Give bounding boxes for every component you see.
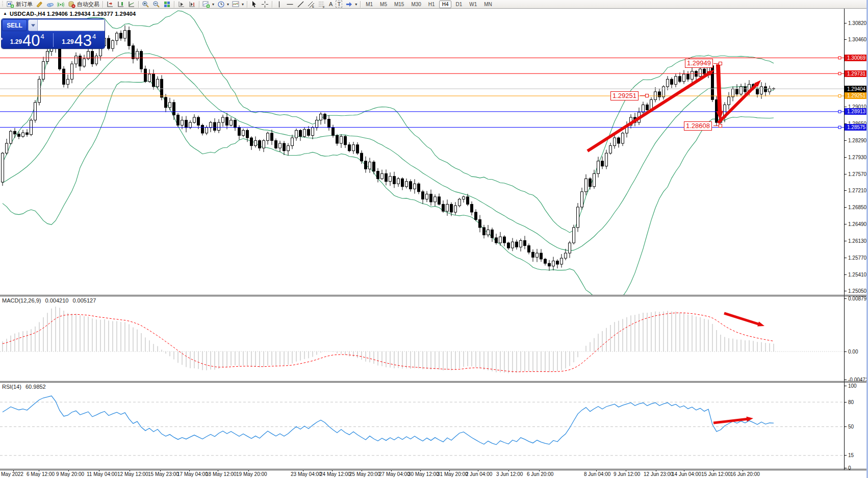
tab-timeframe-mn[interactable]: MN [481,1,495,8]
styler-button[interactable] [34,0,45,8]
channel-tool-button[interactable]: E [306,0,317,8]
tab-timeframe-h4[interactable]: H4 [439,1,452,8]
candle-body [283,143,286,151]
callout-anchor-handle[interactable] [645,94,649,97]
candle-body [144,69,147,82]
toolbar-grip[interactable] [2,1,4,7]
candle-body [312,128,314,136]
volume-decrease-button[interactable] [28,19,38,31]
auto-scroll-button[interactable] [115,0,126,8]
templates-button[interactable]: ▾ [231,0,245,8]
candle-body [373,162,375,171]
quote-line: ▲ USDCAD-,H4 1.29406 1.29434 1.29377 1.2… [3,11,136,17]
candle-body [499,237,502,243]
collapse-panel-icon[interactable]: ▲ [3,12,7,16]
price-level-label: 1.29251 [845,92,868,99]
periods-button[interactable]: ▾ [216,0,231,8]
crosshair-tool-button[interactable] [260,0,270,8]
pane-separator[interactable] [0,295,868,295]
sell-price-display[interactable]: 1.29 40 4 [2,32,53,48]
tab-timeframe-w1[interactable]: W1 [466,1,480,8]
candle-body [22,133,24,136]
candle-body [744,87,747,92]
cursor-tool-button[interactable] [249,0,260,8]
candle-body [385,173,388,182]
volume-input[interactable] [38,19,105,31]
pane-separator[interactable] [0,381,868,382]
price-callout-label[interactable]: 1.29949 [685,59,713,68]
shapes-tool-button[interactable]: ▾ [344,0,359,8]
macd-value-1: 0.004210 [45,297,68,304]
macd-forecast-arrow[interactable] [724,313,759,324]
autotrade-label: 自动交易 [77,1,99,8]
chart-shift-button[interactable] [105,0,115,8]
rsi-indicator-pane[interactable] [0,383,844,469]
zoom-out-button[interactable] [151,0,162,8]
candle-body [699,69,702,77]
time-axis-label: 24 May 12:00 [320,471,351,477]
main-price-chart[interactable] [0,9,844,295]
label-tool-button[interactable]: T [334,0,344,8]
candle-body [369,162,371,169]
candle-body [548,263,551,266]
tab-timeframe-m5[interactable]: M5 [377,1,390,8]
time-axis-label: 11 May 04:00 [87,471,117,477]
pane-separator[interactable] [0,296,868,296]
candle-body [503,237,506,243]
callout-anchor-handle[interactable] [719,62,722,65]
candle-body [495,238,498,243]
tile-windows-button[interactable] [162,0,172,8]
trendline-tool-button[interactable] [295,0,306,8]
toolbar-separator [138,1,139,8]
panel-anchor-icon[interactable]: ◆ [0,37,3,41]
sell-button[interactable]: SELL [2,19,27,31]
candle-body [165,97,167,108]
hline-tool-button[interactable] [285,0,295,8]
tab-timeframe-m30[interactable]: M30 [408,1,424,8]
tab-timeframe-m15[interactable]: M15 [391,1,407,8]
add-indicator-button[interactable]: ▾ [201,0,216,8]
signal-button[interactable] [56,0,66,8]
candle-body [646,105,649,110]
candle-body [161,79,163,97]
time-axis-label: 14 Jun 04:00 [672,471,701,477]
candle-body [250,138,253,146]
uptrend-arrow[interactable] [588,73,709,151]
candle-body [381,173,384,179]
autotrade-button[interactable]: 自动交易 [66,0,101,8]
step-forward-button[interactable] [176,0,187,8]
text-tool-button[interactable]: A [327,0,334,8]
candle-body [42,62,45,80]
macd-indicator-pane[interactable] [0,296,844,381]
candle-body [152,74,155,87]
horizontal-line-icon [286,1,294,8]
label-tool-icon: T [336,1,342,8]
vline-tool-button[interactable] [274,0,285,8]
market-watch-button[interactable] [45,0,56,8]
price-callout-label[interactable]: 1.29251 [610,91,639,100]
price-axis-tick: 1.25410 [845,272,866,278]
zoom-in-button[interactable] [140,0,151,8]
callout-anchor-handle[interactable] [719,124,722,128]
candle-body [430,194,432,202]
candle-body [10,131,12,143]
price-callout-label[interactable]: 1.28608 [684,121,712,131]
fibonacci-tool-button[interactable]: F [317,0,327,8]
new-order-button[interactable]: 新订单 [5,0,34,8]
drop-arrow[interactable] [718,64,720,112]
step-forward-bar-button[interactable] [187,0,197,8]
buy-price-big: 43 [74,34,92,47]
time-axis-label: 19 May 20:00 [236,471,267,477]
tab-timeframe-d1[interactable]: D1 [452,1,465,8]
buy-price-display[interactable]: 1.29 43 4 [54,32,105,48]
time-axis-label: 6 Jun 20:00 [527,471,553,477]
candle-body [316,120,318,128]
scale-fix-icon [127,1,135,8]
candle-body [246,131,249,138]
tab-timeframe-m1[interactable]: M1 [363,1,376,8]
macd-forecast-arrow-head [757,321,764,326]
pane-separator[interactable] [0,382,868,383]
scale-fix-button[interactable] [126,0,137,8]
toolbar-separator [272,1,272,8]
tab-timeframe-h1[interactable]: H1 [425,1,438,8]
